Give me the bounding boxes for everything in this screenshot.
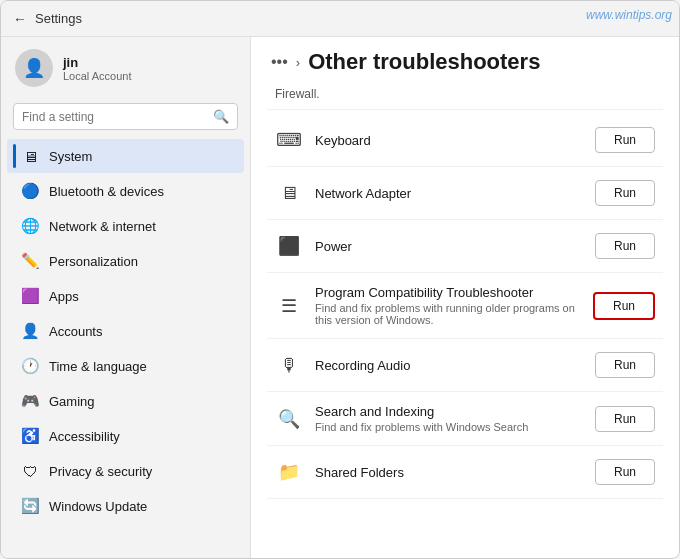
search-icon: 🔍 (213, 109, 229, 124)
program-compat-run-button[interactable]: Run (593, 292, 655, 320)
sidebar-item-apps[interactable]: 🟪Apps (7, 279, 244, 313)
privacy-icon: 🛡 (21, 462, 39, 480)
power-run-button[interactable]: Run (595, 233, 655, 259)
network-adapter-title: Network Adapter (315, 186, 583, 201)
network-icon: 🌐 (21, 217, 39, 235)
shared-folders-icon: 📁 (275, 458, 303, 486)
sidebar-item-time[interactable]: 🕐Time & language (7, 349, 244, 383)
sidebar-item-label-privacy: Privacy & security (49, 464, 152, 479)
sidebar-item-label-update: Windows Update (49, 499, 147, 514)
rows-container: ⌨KeyboardRun🖥Network AdapterRun⬛PowerRun… (267, 114, 663, 499)
keyboard-text: Keyboard (315, 133, 583, 148)
network-adapter-icon: 🖥 (275, 179, 303, 207)
row-program-compat: ☰Program Compatibility TroubleshooterFin… (267, 273, 663, 339)
search-input[interactable] (22, 110, 207, 124)
sidebar-item-privacy[interactable]: 🛡Privacy & security (7, 454, 244, 488)
sidebar-item-bluetooth[interactable]: 🔵Bluetooth & devices (7, 174, 244, 208)
row-recording-audio: 🎙Recording AudioRun (267, 339, 663, 392)
sidebar-item-label-apps: Apps (49, 289, 79, 304)
accounts-icon: 👤 (21, 322, 39, 340)
search-indexing-text: Search and IndexingFind and fix problems… (315, 404, 583, 433)
account-type: Local Account (63, 70, 132, 82)
program-compat-title: Program Compatibility Troubleshooter (315, 285, 581, 300)
program-compat-desc: Find and fix problems with running older… (315, 302, 581, 326)
page-title: Other troubleshooters (308, 49, 540, 75)
avatar: 👤 (15, 49, 53, 87)
main-header: ••• › Other troubleshooters (251, 37, 679, 83)
content-area: 👤 jin Local Account 🔍 🖥System🔵Bluetooth … (1, 37, 679, 558)
row-shared-folders: 📁Shared FoldersRun (267, 446, 663, 499)
sidebar-item-accounts[interactable]: 👤Accounts (7, 314, 244, 348)
search-indexing-desc: Find and fix problems with Windows Searc… (315, 421, 583, 433)
watermark: www.wintips.org (586, 8, 672, 22)
breadcrumb-dots[interactable]: ••• (271, 53, 288, 71)
window-title: Settings (35, 11, 82, 26)
nav-container: 🖥System🔵Bluetooth & devices🌐Network & in… (1, 138, 250, 524)
search-indexing-run-button[interactable]: Run (595, 406, 655, 432)
sidebar-item-label-system: System (49, 149, 92, 164)
sidebar-item-accessibility[interactable]: ♿Accessibility (7, 419, 244, 453)
sidebar-item-personalization[interactable]: ✏️Personalization (7, 244, 244, 278)
accessibility-icon: ♿ (21, 427, 39, 445)
search-indexing-icon: 🔍 (275, 405, 303, 433)
back-button[interactable]: ← (13, 11, 27, 27)
user-info: jin Local Account (63, 55, 132, 82)
program-compat-icon: ☰ (275, 292, 303, 320)
update-icon: 🔄 (21, 497, 39, 515)
network-adapter-run-button[interactable]: Run (595, 180, 655, 206)
system-icon: 🖥 (21, 147, 39, 165)
row-power: ⬛PowerRun (267, 220, 663, 273)
sidebar-item-label-personalization: Personalization (49, 254, 138, 269)
power-title: Power (315, 239, 583, 254)
firewall-label: Firewall. (267, 83, 663, 110)
keyboard-icon: ⌨ (275, 126, 303, 154)
recording-audio-title: Recording Audio (315, 358, 583, 373)
row-search-indexing: 🔍Search and IndexingFind and fix problem… (267, 392, 663, 446)
user-profile: 👤 jin Local Account (1, 37, 250, 99)
shared-folders-run-button[interactable]: Run (595, 459, 655, 485)
sidebar: 👤 jin Local Account 🔍 🖥System🔵Bluetooth … (1, 37, 251, 558)
time-icon: 🕐 (21, 357, 39, 375)
sidebar-item-network[interactable]: 🌐Network & internet (7, 209, 244, 243)
search-box[interactable]: 🔍 (13, 103, 238, 130)
troubleshooter-list: Firewall. ⌨KeyboardRun🖥Network AdapterRu… (251, 83, 679, 558)
program-compat-text: Program Compatibility TroubleshooterFind… (315, 285, 581, 326)
sidebar-item-label-bluetooth: Bluetooth & devices (49, 184, 164, 199)
keyboard-title: Keyboard (315, 133, 583, 148)
breadcrumb-arrow: › (296, 55, 300, 70)
sidebar-item-gaming[interactable]: 🎮Gaming (7, 384, 244, 418)
recording-audio-icon: 🎙 (275, 351, 303, 379)
power-text: Power (315, 239, 583, 254)
network-adapter-text: Network Adapter (315, 186, 583, 201)
keyboard-run-button[interactable]: Run (595, 127, 655, 153)
username: jin (63, 55, 132, 70)
sidebar-item-label-network: Network & internet (49, 219, 156, 234)
gaming-icon: 🎮 (21, 392, 39, 410)
bluetooth-icon: 🔵 (21, 182, 39, 200)
shared-folders-title: Shared Folders (315, 465, 583, 480)
sidebar-item-label-gaming: Gaming (49, 394, 95, 409)
sidebar-item-label-accessibility: Accessibility (49, 429, 120, 444)
titlebar: ← Settings (1, 1, 679, 37)
recording-audio-text: Recording Audio (315, 358, 583, 373)
sidebar-item-label-time: Time & language (49, 359, 147, 374)
recording-audio-run-button[interactable]: Run (595, 352, 655, 378)
row-network-adapter: 🖥Network AdapterRun (267, 167, 663, 220)
main-content: ••• › Other troubleshooters Firewall. ⌨K… (251, 37, 679, 558)
sidebar-item-label-accounts: Accounts (49, 324, 102, 339)
power-icon: ⬛ (275, 232, 303, 260)
settings-window: www.wintips.org ← Settings 👤 jin Local A… (0, 0, 680, 559)
sidebar-item-update[interactable]: 🔄Windows Update (7, 489, 244, 523)
sidebar-item-system[interactable]: 🖥System (7, 139, 244, 173)
search-indexing-title: Search and Indexing (315, 404, 583, 419)
shared-folders-text: Shared Folders (315, 465, 583, 480)
apps-icon: 🟪 (21, 287, 39, 305)
personalization-icon: ✏️ (21, 252, 39, 270)
row-keyboard: ⌨KeyboardRun (267, 114, 663, 167)
